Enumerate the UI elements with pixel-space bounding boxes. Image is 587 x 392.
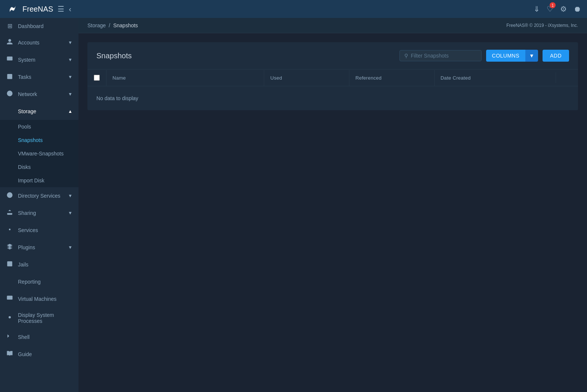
guide-icon <box>6 350 13 358</box>
vmware-snapshots-label: VMware-Snapshots <box>18 151 64 157</box>
virtual-machines-icon <box>6 295 13 303</box>
sidebar-sub-item-disks[interactable]: Disks <box>0 160 78 174</box>
columns-button[interactable]: COLUMNS <box>486 50 526 62</box>
sidebar-sub-item-import-disk[interactable]: Import Disk <box>0 174 78 187</box>
page-title: Snapshots <box>96 52 132 60</box>
sidebar-item-label: Virtual Machines <box>18 296 56 302</box>
sidebar-item-reporting[interactable]: Reporting <box>0 273 78 290</box>
snapshots-table: Name Used Referenced Date Created No dat… <box>87 70 578 110</box>
svg-point-14 <box>9 229 11 231</box>
svg-rect-3 <box>7 74 12 79</box>
svg-point-1 <box>12 8 14 10</box>
sidebar-item-label: Reporting <box>18 279 41 285</box>
accounts-icon <box>6 38 13 47</box>
chevron-down-icon: ▼ <box>68 210 72 216</box>
sidebar-item-directory-services[interactable]: Directory Services ▼ <box>0 187 78 204</box>
sidebar-item-virtual-machines[interactable]: Virtual Machines <box>0 290 78 308</box>
collapse-icon[interactable]: ‹ <box>69 5 71 13</box>
notifications-icon[interactable]: ♡ 1 <box>547 4 553 13</box>
th-referenced: Referenced <box>349 70 434 86</box>
search-icon: ⚲ <box>404 53 408 59</box>
sidebar-sub-item-pools[interactable]: Pools <box>0 120 78 133</box>
download-icon[interactable]: ⇓ <box>534 4 540 13</box>
system-icon <box>6 56 13 64</box>
sidebar-item-label: Directory Services <box>18 193 61 199</box>
add-button[interactable]: ADD <box>543 50 569 62</box>
sidebar-item-label: Sharing <box>18 210 36 216</box>
sidebar-item-storage[interactable]: Storage ▲ <box>0 103 78 120</box>
logo-text: FreeNAS <box>22 5 53 13</box>
th-actions <box>556 72 578 83</box>
brand-info: FreeNAS® © 2019 - iXsystems, Inc. <box>506 23 578 28</box>
sidebar-item-tasks[interactable]: Tasks ▼ <box>0 68 78 86</box>
hamburger-icon[interactable]: ☰ <box>58 4 64 13</box>
disks-label: Disks <box>18 164 31 170</box>
power-icon[interactable]: ⏺ <box>574 5 581 13</box>
notification-badge: 1 <box>550 2 556 8</box>
columns-button-group: COLUMNS ▼ <box>486 50 538 62</box>
th-date-created: Date Created <box>434 70 556 86</box>
chevron-down-icon: ▼ <box>68 245 72 250</box>
breadcrumb-bar: Storage / Snapshots FreeNAS® © 2019 - iX… <box>78 18 587 33</box>
sidebar-item-guide[interactable]: Guide <box>0 346 78 363</box>
chevron-up-icon: ▲ <box>68 109 72 114</box>
settings-icon[interactable]: ⚙ <box>560 4 567 13</box>
shell-icon <box>6 333 13 341</box>
sidebar-item-shell[interactable]: Shell <box>0 328 78 346</box>
content-area: Storage / Snapshots FreeNAS® © 2019 - iX… <box>78 18 587 392</box>
main-layout: ⊞ Dashboard Accounts ▼ System ▼ Tasks ▼ <box>0 18 587 392</box>
sidebar-item-sharing[interactable]: Sharing ▼ <box>0 204 78 222</box>
table-header: Name Used Referenced Date Created <box>87 70 578 86</box>
sidebar-item-label: Shell <box>18 334 30 340</box>
svg-point-23 <box>9 316 11 318</box>
sidebar-item-system[interactable]: System ▼ <box>0 51 78 68</box>
select-all-checkbox-cell[interactable] <box>87 70 106 86</box>
chevron-down-icon: ▼ <box>68 193 72 198</box>
sidebar-item-label: Storage <box>18 108 36 114</box>
chevron-down-icon: ▼ <box>68 57 72 62</box>
th-name: Name <box>106 70 264 86</box>
breadcrumb-storage-link[interactable]: Storage <box>87 22 106 28</box>
sidebar-item-display-system[interactable]: Display System Processes <box>0 308 78 328</box>
logo: FreeNAS <box>6 2 53 16</box>
sidebar-item-label: Accounts <box>18 40 40 46</box>
sidebar-item-label: Dashboard <box>18 23 44 29</box>
page-content: Snapshots ⚲ COLUMNS ▼ ADD <box>78 33 587 392</box>
sharing-icon <box>6 209 13 217</box>
display-system-icon <box>6 314 13 322</box>
sidebar-sub-item-snapshots[interactable]: Snapshots <box>0 133 78 147</box>
services-icon <box>6 226 13 234</box>
sidebar-item-label: Services <box>18 227 38 233</box>
sidebar: ⊞ Dashboard Accounts ▼ System ▼ Tasks ▼ <box>0 18 78 392</box>
storage-icon <box>6 107 13 115</box>
chevron-down-icon: ▼ <box>68 40 72 45</box>
dashboard-icon: ⊞ <box>6 22 13 30</box>
pools-label: Pools <box>18 124 31 130</box>
sidebar-item-label: Plugins <box>18 244 35 250</box>
sidebar-item-dashboard[interactable]: ⊞ Dashboard <box>0 18 78 34</box>
chevron-down-icon: ▼ <box>68 74 72 80</box>
columns-dropdown-button[interactable]: ▼ <box>525 50 538 62</box>
import-disk-label: Import Disk <box>18 178 44 183</box>
card-header: Snapshots ⚲ COLUMNS ▼ ADD <box>87 42 578 70</box>
snapshots-card: Snapshots ⚲ COLUMNS ▼ ADD <box>87 42 578 110</box>
breadcrumb: Storage / Snapshots <box>87 22 138 28</box>
sidebar-item-label: Guide <box>18 351 32 357</box>
sidebar-item-label: System <box>18 57 35 63</box>
search-input[interactable] <box>411 53 477 59</box>
sidebar-item-plugins[interactable]: Plugins ▼ <box>0 239 78 256</box>
network-icon <box>6 90 13 98</box>
storage-submenu: Pools Snapshots VMware-Snapshots Disks I… <box>0 120 78 187</box>
directory-services-icon <box>6 192 13 200</box>
freenas-logo-icon <box>6 2 19 16</box>
sidebar-item-network[interactable]: Network ▼ <box>0 86 78 103</box>
sidebar-item-label: Network <box>18 91 37 97</box>
sidebar-item-accounts[interactable]: Accounts ▼ <box>0 34 78 51</box>
select-all-checkbox[interactable] <box>94 75 100 81</box>
sidebar-item-services[interactable]: Services <box>0 222 78 239</box>
sidebar-item-label: Display System Processes <box>18 312 72 324</box>
topbar-icons: ⇓ ♡ 1 ⚙ ⏺ <box>534 4 581 13</box>
sidebar-item-jails[interactable]: Jails <box>0 256 78 273</box>
svg-rect-22 <box>7 296 13 300</box>
sidebar-sub-item-vmware-snapshots[interactable]: VMware-Snapshots <box>0 147 78 160</box>
